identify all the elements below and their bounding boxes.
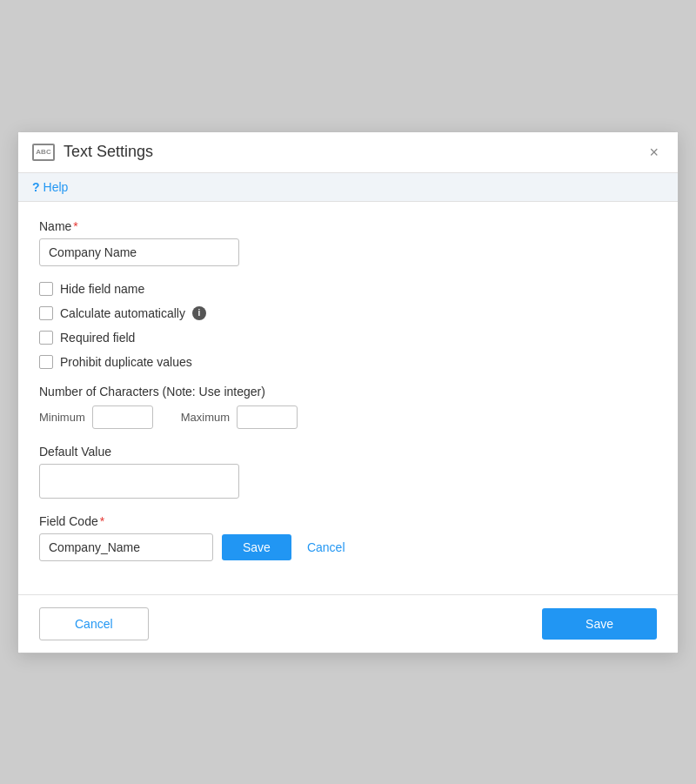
field-code-input[interactable]: [39, 533, 213, 561]
maximum-label: Maximum: [181, 411, 230, 424]
dialog-title: Text Settings: [64, 143, 153, 161]
prohibit-duplicate-group: Prohibit duplicate values: [39, 355, 657, 369]
minimum-input[interactable]: [92, 405, 153, 429]
help-link[interactable]: ? Help: [32, 180, 68, 194]
field-code-row: Save Cancel: [39, 533, 657, 561]
prohibit-duplicate-checkbox-label[interactable]: Prohibit duplicate values: [39, 355, 192, 369]
prohibit-duplicate-label: Prohibit duplicate values: [60, 355, 192, 369]
field-code-cancel-button[interactable]: Cancel: [300, 534, 352, 560]
char-inputs-row: Minimum Maximum: [39, 405, 657, 429]
text-settings-icon: ABC: [32, 144, 55, 161]
hide-field-name-checkbox[interactable]: [39, 282, 53, 296]
calculate-auto-label: Calculate automatically: [60, 306, 185, 320]
hide-field-name-label: Hide field name: [60, 282, 144, 296]
default-value-label: Default Value: [39, 445, 657, 459]
required-field-label: Required field: [60, 331, 135, 345]
name-input[interactable]: [39, 238, 239, 266]
name-group: Name*: [39, 219, 657, 266]
field-code-group: Field Code* Save Cancel: [39, 514, 657, 561]
help-bar: ? Help: [18, 173, 678, 202]
field-code-required-star: *: [100, 514, 104, 528]
field-code-label: Field Code*: [39, 514, 657, 528]
dialog-body: Name* Hide field name Calculate automati…: [18, 202, 678, 594]
field-code-save-button[interactable]: Save: [222, 534, 291, 560]
calculate-auto-checkbox-label[interactable]: Calculate automatically: [39, 306, 185, 320]
footer-cancel-button[interactable]: Cancel: [39, 607, 149, 640]
required-field-checkbox-label[interactable]: Required field: [39, 331, 135, 345]
dialog-title-area: ABC Text Settings: [32, 143, 153, 161]
default-value-input[interactable]: [39, 464, 239, 499]
footer-save-button[interactable]: Save: [542, 608, 657, 640]
dialog-header: ABC Text Settings ×: [18, 132, 678, 173]
char-section: Number of Characters (Note: Use integer)…: [39, 385, 657, 429]
help-label: Help: [44, 180, 69, 194]
close-button[interactable]: ×: [644, 143, 664, 162]
minimum-label: Minimum: [39, 411, 85, 424]
prohibit-duplicate-checkbox[interactable]: [39, 355, 53, 369]
required-field-checkbox[interactable]: [39, 331, 53, 345]
hide-field-name-checkbox-label[interactable]: Hide field name: [39, 282, 144, 296]
calculate-auto-checkbox[interactable]: [39, 306, 53, 320]
calculate-auto-info-icon: i: [192, 306, 206, 320]
name-required-star: *: [73, 219, 77, 233]
help-question-icon: ?: [32, 180, 40, 194]
required-field-group: Required field: [39, 331, 657, 345]
text-settings-dialog: ABC Text Settings × ? Help Name* Hide fi…: [17, 131, 679, 653]
name-label: Name*: [39, 219, 657, 233]
hide-field-name-group: Hide field name: [39, 282, 657, 296]
maximum-input[interactable]: [237, 405, 298, 429]
calculate-auto-group: Calculate automatically i: [39, 306, 657, 320]
default-value-group: Default Value: [39, 445, 657, 499]
checkboxes-group: Hide field name Calculate automatically …: [39, 282, 657, 369]
dialog-footer: Cancel Save: [18, 594, 678, 653]
char-section-label: Number of Characters (Note: Use integer): [39, 385, 657, 399]
